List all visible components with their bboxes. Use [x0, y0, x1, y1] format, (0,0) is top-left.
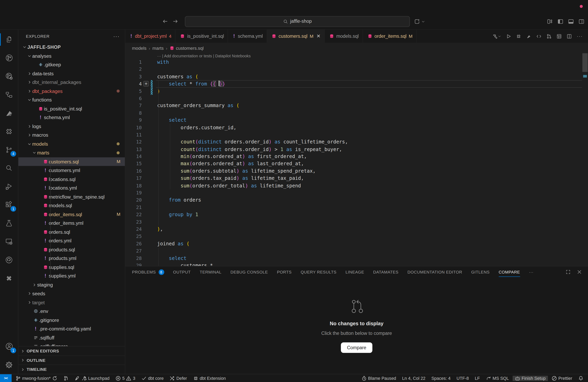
panel-tab-documentation-editor[interactable]: DOCUMENTATION EDITOR [407, 266, 462, 278]
tree-item-jaffle-shop[interactable]: JAFFLE-SHOP [18, 43, 125, 52]
status-item-blame[interactable]: Blame Paused [359, 376, 398, 381]
tree-item-analyses[interactable]: analyses [18, 52, 125, 60]
status-item-dbt-extension[interactable]: dbt Extension [190, 376, 228, 381]
editor-tab-schema-yml[interactable]: !schema.yml [228, 30, 267, 43]
status-item-defer[interactable]: Defer [168, 376, 189, 381]
tree-item-locations-sql[interactable]: locations.sql [18, 175, 125, 184]
status-item-dbt-core[interactable]: dbt core [139, 376, 166, 381]
tree-item-models-sql[interactable]: models.sql [18, 201, 125, 210]
activity-item-search[interactable] [0, 159, 18, 177]
customize-layout-icon[interactable] [547, 19, 553, 24]
split-editor-icon[interactable] [567, 34, 572, 39]
activity-item-settings[interactable] [0, 355, 18, 374]
activity-item-run-debug[interactable] [0, 177, 18, 196]
tree-item-customers-sql[interactable]: customers.sqlM [18, 157, 125, 166]
tree-item--gitkeep[interactable]: .gitkeep [18, 60, 125, 69]
status-item-finish-setup[interactable]: Finish Setup [513, 376, 548, 381]
tree-item-dbt-packages[interactable]: dbt_packages [18, 87, 125, 96]
status-item-indentation[interactable]: Spaces: 4 [429, 376, 453, 381]
breadcrumb[interactable]: models›marts›customers.sql [125, 43, 588, 53]
status-item-git-branch[interactable]: mwong-fusion* [13, 376, 60, 381]
toggle-secondary-sidebar-icon[interactable] [579, 19, 584, 24]
compare-button[interactable]: Compare [341, 342, 372, 353]
activity-item-explorer[interactable] [0, 30, 18, 49]
editor-scrollbar[interactable] [582, 53, 588, 266]
tree-item-models[interactable]: models [18, 139, 125, 148]
activity-item-dbt-x[interactable] [0, 269, 18, 287]
query-results-icon[interactable] [557, 34, 562, 39]
breadcrumb-item[interactable]: customers.sql [169, 46, 204, 51]
tree-item-seeds[interactable]: seeds [18, 289, 125, 298]
copilot-menu[interactable] [414, 18, 425, 25]
panel-tab-query-results[interactable]: QUERY RESULTS [301, 266, 336, 278]
panel-tab-terminal[interactable]: TERMINAL [200, 266, 222, 278]
back-arrow-icon[interactable] [162, 18, 168, 24]
status-item-encoding[interactable]: UTF-8 [454, 376, 471, 381]
activity-item-extensions[interactable]: 1 [0, 196, 18, 214]
editor-tab-order-items-sql[interactable]: order_items.sqlM [363, 30, 417, 43]
scrollbar-slider[interactable] [582, 53, 588, 72]
editor-tab-dbt-project-yml[interactable]: !dbt_project.yml4 [125, 30, 176, 43]
editor-tab-is-positive-int-sql[interactable]: is_positive_int.sql [176, 30, 228, 43]
add-comment-button[interactable]: + [143, 81, 149, 87]
tree-item-staging[interactable]: staging [18, 280, 125, 289]
panel-tab-lineage[interactable]: LINEAGE [345, 266, 364, 278]
status-item-language-mode[interactable]: MS SQL [483, 376, 511, 381]
tree-item-target[interactable]: target [18, 298, 125, 307]
activity-item-github[interactable] [0, 250, 18, 269]
editor-tab-customers-sql[interactable]: customers.sqlM✕ [267, 30, 325, 43]
sidebar-section-timeline[interactable]: TIMELINE [18, 365, 125, 374]
code-editor[interactable]: ··· | Add documentation or tests | Datap… [125, 53, 588, 266]
forward-arrow-icon[interactable] [173, 18, 179, 24]
tree-item-logs[interactable]: logs [18, 122, 125, 131]
activity-item-testing[interactable] [0, 214, 18, 232]
activity-item-remote-explorer[interactable] [0, 232, 18, 251]
close-panel-icon[interactable] [577, 269, 582, 274]
editor-tab-models-sql[interactable]: models.sql [325, 30, 363, 43]
activity-item-lineage-explorer[interactable] [0, 67, 18, 86]
status-item-notifications[interactable] [576, 376, 586, 381]
toggle-panel-icon[interactable] [568, 19, 574, 24]
panel-tab--[interactable]: ··· [529, 266, 533, 278]
status-item-problems[interactable]: 53 [113, 376, 138, 381]
activity-item-source-control[interactable]: 4 [0, 140, 18, 159]
compile-icon[interactable] [536, 34, 541, 39]
tree-item--env[interactable]: .env [18, 307, 125, 316]
panel-tab-compare[interactable]: COMPARE [499, 266, 520, 278]
tree-item-products-yml[interactable]: !products.yml [18, 254, 125, 263]
tree-item-products-sql[interactable]: products.sql [18, 245, 125, 254]
git-pull-request-icon[interactable] [546, 34, 552, 39]
panel-tab-problems[interactable]: PROBLEMS8 [132, 266, 164, 278]
activity-item-dbt-power-user[interactable] [0, 122, 18, 140]
activity-item-flow-diagram[interactable] [0, 86, 18, 104]
tree-item-dbt-internal-packages[interactable]: dbt_internal_packages [18, 78, 125, 87]
tree-item-schema-yml[interactable]: !schema.yml [18, 113, 125, 122]
panel-tab-datamates[interactable]: DATAMATES [373, 266, 399, 278]
explorer-more-icon[interactable]: ··· [113, 33, 120, 39]
tree-item-orders-yml[interactable]: !orders.yml [18, 236, 125, 245]
sidebar-section-outline[interactable]: OUTLINE [18, 355, 125, 365]
tree-item-customers-yml[interactable]: !customers.yml [18, 166, 125, 175]
status-item-prettier[interactable]: Prettier [549, 376, 575, 381]
tree-item-orders-sql[interactable]: orders.sql [18, 228, 125, 236]
tree-item-order-items-yml[interactable]: !order_items.yml [18, 219, 125, 228]
status-item-cursor-position[interactable]: Ln 4, Col 22 [400, 376, 428, 381]
status-item-compare-changes[interactable] [61, 376, 71, 381]
tree-item-marts[interactable]: marts [18, 149, 125, 157]
tree-item-is-positive-int-sql[interactable]: is_positive_int.sql [18, 104, 125, 113]
activity-item-dbt[interactable] [0, 104, 18, 122]
tree-item-supplies-yml[interactable]: !supplies.yml [18, 271, 125, 280]
maximize-panel-icon[interactable] [566, 269, 571, 274]
panel-tab-debug-console[interactable]: DEBUG CONSOLE [231, 266, 268, 278]
build-icon[interactable] [492, 34, 501, 39]
sidebar-section-open-editors[interactable]: OPEN EDITORS [18, 347, 125, 355]
codelens-actions[interactable]: ··· | Add documentation or tests | Datap… [125, 53, 588, 58]
tree-item-data-tests[interactable]: data-tests [18, 69, 125, 78]
breadcrumb-item[interactable]: models [132, 46, 147, 51]
tree-item--sqlfluff[interactable]: .sqlfluff [18, 333, 125, 342]
panel-tab-gitlens[interactable]: GITLENS [471, 266, 490, 278]
more-actions-icon[interactable]: ··· [577, 33, 583, 39]
status-item-eol[interactable]: LF [473, 376, 482, 381]
toggle-primary-sidebar-icon[interactable] [558, 19, 563, 24]
command-center-search[interactable]: jaffle-shop [185, 16, 410, 27]
